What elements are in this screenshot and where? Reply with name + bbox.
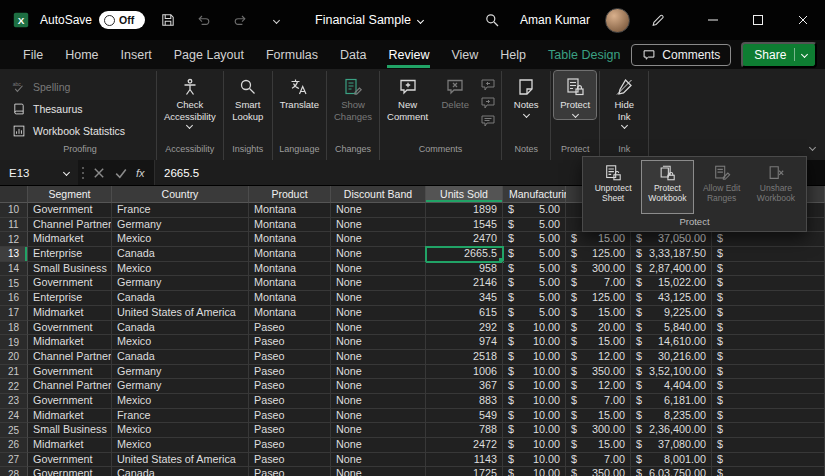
column-header-country[interactable]: Country: [112, 186, 249, 203]
cell[interactable]: None: [331, 467, 426, 476]
cell[interactable]: Mexico: [112, 262, 249, 277]
cell[interactable]: Canada: [112, 291, 249, 306]
tab-data[interactable]: Data: [329, 42, 377, 68]
cell[interactable]: $10.00: [503, 335, 566, 350]
column-header-units-sold[interactable]: Units Sold: [426, 186, 503, 203]
cell[interactable]: $10.00: [503, 350, 566, 365]
cell[interactable]: $: [712, 365, 825, 380]
cell[interactable]: $9,225.00: [631, 306, 712, 321]
cell[interactable]: Canada: [112, 321, 249, 336]
cell[interactable]: $5.00: [503, 291, 566, 306]
translate-button[interactable]: Translate: [276, 71, 323, 113]
row-header-22[interactable]: 22: [0, 379, 28, 394]
cell[interactable]: $5.00: [503, 232, 566, 247]
row-header-15[interactable]: 15: [0, 276, 28, 291]
cell[interactable]: None: [331, 423, 426, 438]
cell[interactable]: $: [712, 453, 825, 468]
cell[interactable]: France: [112, 409, 249, 424]
cell[interactable]: Government: [28, 453, 112, 468]
cell[interactable]: $20.00: [566, 321, 631, 336]
row-header-25[interactable]: 25: [0, 423, 28, 438]
cell[interactable]: Channel Partners: [28, 350, 112, 365]
cell[interactable]: Paseo: [249, 394, 331, 409]
cell[interactable]: $300.00: [566, 423, 631, 438]
check-accessibility-button[interactable]: CheckAccessibility: [160, 71, 220, 130]
cell[interactable]: $7.00: [566, 394, 631, 409]
thesaurus-button[interactable]: Thesaurus: [7, 99, 153, 119]
cell[interactable]: None: [331, 276, 426, 291]
cell[interactable]: $7.00: [566, 276, 631, 291]
editing-mode-button[interactable]: [645, 6, 671, 34]
cell[interactable]: 1006: [426, 365, 503, 380]
show-changes-button[interactable]: ShowChanges: [330, 71, 376, 124]
cell[interactable]: None: [331, 379, 426, 394]
cell[interactable]: None: [331, 321, 426, 336]
cell[interactable]: None: [331, 262, 426, 277]
cell[interactable]: $: [712, 276, 825, 291]
row-header-10[interactable]: 10: [0, 203, 28, 218]
menu-item-allow-edit-ranges[interactable]: Allow Edit Ranges: [696, 160, 748, 214]
customize-quick-access-button[interactable]: [263, 6, 289, 34]
cell[interactable]: 345: [426, 291, 503, 306]
cancel-button[interactable]: [88, 160, 110, 185]
cell[interactable]: France: [112, 203, 249, 218]
cell[interactable]: Midmarket: [28, 306, 112, 321]
cell[interactable]: $6,181.00: [631, 394, 712, 409]
cell[interactable]: Montana: [249, 218, 331, 233]
cell[interactable]: None: [331, 438, 426, 453]
cell[interactable]: Midmarket: [28, 409, 112, 424]
row-header-17[interactable]: 17: [0, 306, 28, 321]
menu-item-protect-workbook[interactable]: Protect Workbook: [641, 160, 693, 214]
cell[interactable]: Midmarket: [28, 232, 112, 247]
row-header-16[interactable]: 16: [0, 291, 28, 306]
save-button[interactable]: [155, 6, 181, 34]
cell[interactable]: Small Business: [28, 262, 112, 277]
cell[interactable]: $15.00: [566, 306, 631, 321]
cell[interactable]: 974: [426, 335, 503, 350]
cell[interactable]: $5.00: [503, 247, 566, 262]
cell[interactable]: 292: [426, 321, 503, 336]
tab-view[interactable]: View: [440, 42, 489, 68]
cell[interactable]: None: [331, 335, 426, 350]
tab-page-layout[interactable]: Page Layout: [163, 42, 255, 68]
cell[interactable]: Mexico: [112, 232, 249, 247]
document-title-control[interactable]: Financial Sample: [315, 13, 423, 27]
cell[interactable]: $4,404.00: [631, 379, 712, 394]
collapse-ribbon-button[interactable]: [810, 136, 815, 154]
avatar[interactable]: [605, 8, 630, 33]
cell[interactable]: $: [712, 350, 825, 365]
cell[interactable]: $5.00: [503, 218, 566, 233]
share-dropdown[interactable]: [794, 48, 815, 61]
cell[interactable]: Paseo: [249, 335, 331, 350]
cell[interactable]: $37,050.00: [631, 232, 712, 247]
row-header-23[interactable]: 23: [0, 394, 28, 409]
cell[interactable]: 1725: [426, 467, 503, 476]
cell[interactable]: $5.00: [503, 306, 566, 321]
comments-button[interactable]: Comments: [631, 44, 731, 66]
cell[interactable]: Government: [28, 365, 112, 380]
smart-lookup-button[interactable]: SmartLookup: [227, 71, 269, 124]
row-header-28[interactable]: 28: [0, 467, 28, 476]
cell[interactable]: $: [712, 394, 825, 409]
notes-button[interactable]: Notes: [505, 71, 547, 119]
autosave-toggle[interactable]: Off: [99, 11, 145, 29]
cell[interactable]: Paseo: [249, 350, 331, 365]
tab-formulas[interactable]: Formulas: [255, 42, 329, 68]
cell[interactable]: None: [331, 203, 426, 218]
maximize-button[interactable]: [735, 0, 780, 40]
cell[interactable]: Small Business: [28, 423, 112, 438]
delete-comment-button[interactable]: Delete: [434, 71, 476, 113]
cell[interactable]: None: [331, 306, 426, 321]
cell[interactable]: Government: [28, 203, 112, 218]
tab-file[interactable]: File: [12, 42, 54, 68]
cell[interactable]: 1899: [426, 203, 503, 218]
cell[interactable]: None: [331, 394, 426, 409]
cell[interactable]: Government: [28, 276, 112, 291]
cell[interactable]: Paseo: [249, 321, 331, 336]
cell[interactable]: $10.00: [503, 438, 566, 453]
cell[interactable]: $8,235.00: [631, 409, 712, 424]
name-box[interactable]: E13: [0, 160, 78, 185]
cell[interactable]: 2470: [426, 232, 503, 247]
spelling-button[interactable]: abcSpelling: [7, 77, 153, 97]
cell[interactable]: 883: [426, 394, 503, 409]
